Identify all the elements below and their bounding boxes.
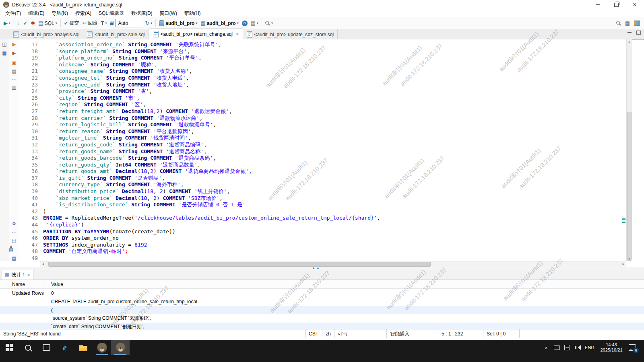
transaction-log-button[interactable]: T ▾: [99, 19, 108, 28]
query-history-button[interactable]: ↻ ▾: [143, 19, 154, 28]
panel-sash[interactable]: ▲▲: [0, 267, 644, 270]
notification-button[interactable]: 6: [626, 340, 644, 355]
more-actions-icon[interactable]: ⋯: [9, 230, 19, 235]
line-number: 32: [19, 142, 41, 148]
panel-minimize-icon[interactable]: [627, 32, 632, 33]
toolbar-separator: [155, 19, 156, 27]
column-header-name[interactable]: Name: [0, 280, 48, 288]
results-header: Name Value: [0, 280, 644, 289]
quick-access-search-icon[interactable]: [616, 21, 620, 25]
reject-button[interactable]: ✱: [29, 19, 37, 28]
execute-statement-icon[interactable]: ▶: [9, 42, 19, 47]
scroll-down-icon[interactable]: ▼: [627, 257, 632, 260]
sash-restore-icon[interactable]: ▲▲: [312, 266, 321, 270]
results-row[interactable]: (: [0, 306, 644, 314]
menu-item[interactable]: SQL 编辑器: [95, 9, 128, 17]
menu-item[interactable]: 导航(N): [48, 9, 72, 17]
more-actions-icon[interactable]: ⋯: [9, 77, 19, 82]
restore-button[interactable]: [607, 0, 625, 9]
editor-horizontal-scrollbar[interactable]: ◄ ►: [40, 261, 626, 267]
tray-network-icon[interactable]: [551, 340, 562, 355]
editor-tab[interactable]: <audit_bi_pro> return_change.sql×: [149, 29, 243, 39]
status-caret-position[interactable]: 5 : 1 : 232: [438, 329, 483, 338]
scroll-left-icon[interactable]: ◄: [40, 261, 46, 267]
refresh-button[interactable]: ↻: [240, 19, 249, 28]
code-editor[interactable]: 17 `association_order_no` String COMMENT…: [19, 39, 621, 261]
results-row[interactable]: `create_date` String COMMENT '创建日期',: [0, 323, 644, 329]
dbeaver-perspective-icon[interactable]: [634, 21, 640, 26]
execute-all-icon[interactable]: ▣: [9, 60, 19, 65]
fetch-button[interactable]: ↓: [16, 19, 22, 28]
script-doc-icon[interactable]: ▤: [9, 256, 19, 261]
tray-clock[interactable]: 14:43 2025/10/21: [597, 342, 626, 353]
vscroll-thumb[interactable]: [627, 112, 632, 261]
script-doc-icon[interactable]: ▤: [9, 238, 19, 243]
column-header-value[interactable]: Value: [48, 280, 644, 288]
tray-language-indicator[interactable]: ENG: [583, 345, 597, 350]
menu-item[interactable]: 帮助(H): [181, 9, 204, 17]
editor-tab[interactable]: <audit_bi_pro> sale.sql: [83, 29, 149, 39]
status-selection: Sel: 0 | 0: [483, 329, 519, 338]
dbeaver-icon: [97, 343, 107, 353]
menu-item[interactable]: 编辑(E): [25, 9, 48, 17]
line-number: 17: [19, 41, 41, 48]
taskbar-explorer-button[interactable]: [74, 340, 93, 355]
hscroll-thumb[interactable]: [48, 262, 431, 267]
results-row[interactable]: Updated Rows0: [0, 289, 644, 297]
output-console-icon[interactable]: ▥: [9, 85, 19, 90]
execute-script-icon[interactable]: ▶: [9, 51, 19, 56]
menu-item[interactable]: 文件(F): [2, 9, 25, 17]
scroll-right-icon[interactable]: ►: [621, 261, 626, 267]
tray-volume-icon[interactable]: [572, 340, 583, 355]
editor-tab[interactable]: <audit_bi_pro> analysis.sql: [10, 29, 83, 39]
script-doc-error-icon[interactable]: ▤: [9, 247, 13, 253]
schema-selector[interactable]: ▦ audit_bi_pro ▾: [199, 19, 240, 28]
commit-button[interactable]: ✔ 提交: [62, 19, 81, 28]
task-view-button[interactable]: [37, 340, 56, 355]
stats-tab-close-icon[interactable]: ×: [27, 272, 30, 278]
open-sql-editor-button[interactable]: ▤ SQL ▾: [37, 19, 58, 28]
rollback-button[interactable]: ↩ 回滚: [81, 19, 99, 28]
database-selector[interactable]: audit_bi_pro ▾: [157, 19, 199, 28]
tray-date: 2025/10/21: [597, 348, 626, 353]
minimize-button[interactable]: [588, 0, 607, 9]
panel-maximize-icon[interactable]: [636, 31, 641, 35]
open-perspective-icon[interactable]: ▦: [625, 21, 630, 26]
menu-item[interactable]: 数据库(D): [128, 9, 156, 17]
tray-chevron-icon[interactable]: ∧: [541, 340, 551, 355]
stats-tab[interactable]: ▦ 统计 1 ×: [2, 270, 33, 280]
settings-gear-icon[interactable]: ⚙: [9, 221, 19, 226]
autocommit-lock-button[interactable]: [108, 19, 115, 28]
tray-ime-icon[interactable]: [562, 340, 572, 355]
results-row[interactable]: `source_system` String COMMENT '来源系统',: [0, 314, 644, 323]
editor-tab[interactable]: <audit_bi_pro> update_sbz_store.sql: [243, 29, 338, 39]
results-row[interactable]: CREATE TABLE audit_bi_pro.custom_online_…: [0, 297, 644, 306]
line-number: 44: [19, 222, 41, 228]
results-layout-button[interactable]: ▦ ▾: [249, 19, 260, 28]
code-line: 17 `association_order_no` String COMMENT…: [19, 41, 621, 48]
editor-vertical-scrollbar[interactable]: ▲ ▼: [626, 39, 632, 261]
chevron-down-icon: ▾: [105, 21, 107, 25]
outline-view-icon[interactable]: ▦: [0, 51, 9, 56]
taskbar-dbeaver-button-2[interactable]: [111, 340, 130, 355]
taskbar-dbeaver-button-1[interactable]: [93, 340, 111, 355]
ruler-mark: [622, 218, 625, 220]
explain-plan-icon[interactable]: ▤: [9, 69, 19, 74]
close-button[interactable]: ×: [625, 0, 644, 9]
hscroll-track[interactable]: [46, 261, 621, 267]
start-button[interactable]: [0, 340, 19, 355]
tab-close-icon[interactable]: ×: [236, 31, 239, 37]
new-connection-button[interactable]: ▶ ▾: [2, 19, 12, 28]
taskbar-ie-button[interactable]: e: [56, 340, 74, 355]
fetch-icon: ↓: [17, 21, 20, 26]
scroll-up-icon[interactable]: ▲: [627, 40, 632, 43]
search-dropdown-button[interactable]: ▾: [264, 19, 275, 28]
restore-view-icon[interactable]: ◫: [0, 42, 9, 47]
menu-item[interactable]: 窗口(W): [156, 9, 181, 17]
menu-item[interactable]: 搜索(A): [72, 9, 95, 17]
autocommit-mode-select[interactable]: Auto: [115, 19, 143, 27]
stats-grid-icon: ▦: [5, 272, 9, 277]
editor-tabbar: <audit_bi_pro> analysis.sql<audit_bi_pro…: [0, 29, 644, 40]
taskbar-search-button[interactable]: [19, 340, 37, 355]
accept-button[interactable]: ✔: [22, 19, 29, 28]
